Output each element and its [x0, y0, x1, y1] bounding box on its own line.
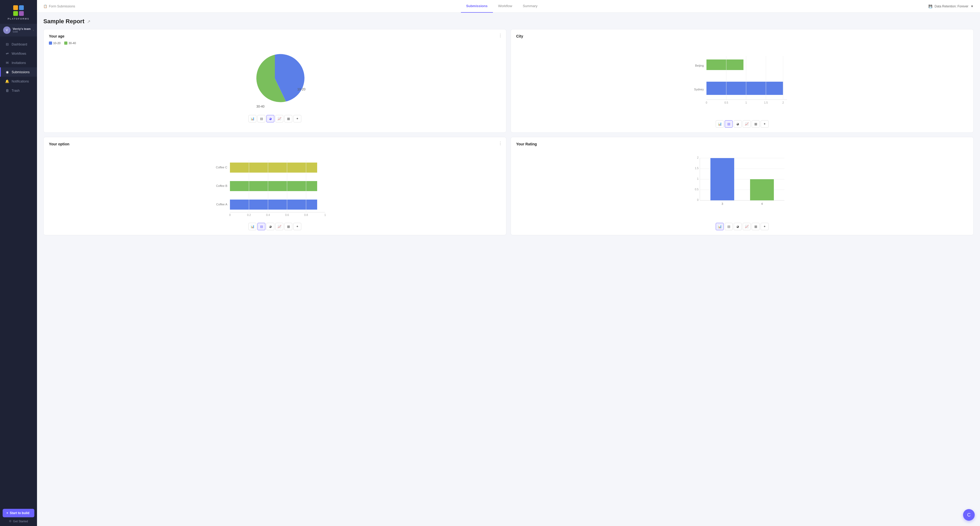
sidebar-item-notifications[interactable]: 🔔 Notifications: [0, 77, 37, 86]
x-label-0: 0: [706, 101, 707, 104]
get-started-link[interactable]: ⊙ Get Started: [3, 520, 34, 523]
pie-label-1020: 10-20: [298, 88, 305, 91]
legend-label: 10-20: [53, 41, 60, 45]
main-content: 📋 Form Submissions Submissions Workflow …: [37, 0, 980, 526]
chart-type-other[interactable]: ✦: [293, 115, 301, 123]
svg-rect-2: [13, 11, 18, 16]
chart-type-line[interactable]: 📈: [743, 120, 751, 128]
pie-chart-svg: 10-20 30-40: [49, 47, 501, 110]
chart-option: Your option ⋮ Coffee C Coffee B Coffee A: [43, 137, 506, 235]
chart-type-table[interactable]: ▦: [752, 223, 760, 230]
form-icon: 📋: [43, 5, 47, 8]
dashboard-icon: ⊟: [5, 42, 9, 46]
x-label-2: 2: [782, 101, 784, 104]
sidebar-item-label: Trash: [12, 89, 19, 92]
chart-age-area: 10-20 30-40: [49, 47, 501, 111]
x-label-02: 0.2: [247, 214, 251, 217]
tab-workflow[interactable]: Workflow: [493, 0, 517, 13]
y-label-15: 1.5: [695, 167, 698, 170]
chart-type-pie[interactable]: ◕: [734, 223, 741, 230]
x-label-1: 1: [745, 101, 747, 104]
chart-type-pie[interactable]: ◕: [266, 115, 274, 123]
page-content: Sample Report ↗ Your age ⋮ 10-20 30-40: [37, 13, 980, 526]
chart-age-menu[interactable]: ⋮: [498, 33, 503, 38]
sidebar-item-submissions[interactable]: ◉ Submissions: [0, 67, 37, 77]
chart-type-hbar[interactable]: ▤: [258, 115, 265, 123]
chart-type-bar[interactable]: 📊: [716, 120, 724, 128]
sidebar-item-label: Dashboard: [12, 43, 27, 46]
logo-area: PLATOFORMS: [0, 0, 37, 24]
legend-dot-green: [64, 41, 67, 45]
chevron-right-icon: ›: [33, 29, 34, 32]
sidebar-item-label: Invitations: [12, 61, 26, 65]
tab-submissions[interactable]: Submissions: [461, 0, 493, 13]
chart-type-hbar[interactable]: ▤: [725, 120, 733, 128]
chart-type-hbar[interactable]: ▤: [725, 223, 733, 230]
chart-type-bar[interactable]: 📊: [248, 223, 256, 230]
chart-type-hbar[interactable]: ▤: [258, 223, 265, 230]
chart-type-line[interactable]: 📈: [275, 115, 283, 123]
sidebar-bottom: + Start to build ⊙ Get Started: [0, 506, 37, 526]
chart-type-line[interactable]: 📈: [743, 223, 751, 230]
chart-city-title: City: [516, 34, 968, 38]
legend-dot-blue: [49, 41, 52, 45]
sidebar-item-workflows[interactable]: ⇌ Workflows: [0, 49, 37, 58]
plus-icon: +: [6, 511, 8, 515]
logo-icon: [13, 5, 24, 16]
legend-item-1020: 10-20: [49, 41, 60, 45]
sidebar-item-label: Notifications: [12, 80, 29, 83]
chart-type-pie[interactable]: ◕: [734, 120, 741, 128]
trash-icon: 🗑: [5, 89, 9, 92]
option-label-coffeec: Coffee C: [216, 166, 227, 169]
get-started-label: Get Started: [13, 520, 28, 523]
x-label-04: 0.4: [266, 214, 270, 217]
chevron-down-icon: ▼: [970, 5, 974, 8]
chart-option-area: Coffee C Coffee B Coffee A 0 0.2 0.4: [49, 149, 501, 219]
chart-type-line[interactable]: 📈: [275, 223, 283, 230]
bar-coffeea: [230, 199, 317, 210]
chart-city-types: 📊 ▤ ◕ 📈 ▦ ✦: [516, 120, 968, 128]
svg-rect-3: [19, 11, 24, 16]
user-section[interactable]: V Verriy's team Gold ›: [0, 24, 37, 37]
sidebar-item-invitations[interactable]: ✉ Invitations: [0, 58, 37, 67]
option-label-coffeeb: Coffee B: [216, 184, 227, 187]
fab-icon: C: [967, 512, 971, 518]
workflows-icon: ⇌: [5, 51, 9, 56]
sidebar-item-dashboard[interactable]: ⊟ Dashboard: [0, 40, 37, 49]
chart-age: Your age ⋮ 10-20 30-40: [43, 29, 506, 133]
chart-type-table[interactable]: ▦: [285, 223, 292, 230]
y-label-0: 0: [697, 199, 698, 201]
chart-type-other[interactable]: ✦: [760, 223, 768, 230]
user-name: Verriy's team: [13, 27, 31, 30]
y-label-2: 2: [697, 156, 698, 159]
export-icon[interactable]: ↗: [87, 19, 91, 24]
topnav: 📋 Form Submissions Submissions Workflow …: [37, 0, 980, 13]
chart-type-pie[interactable]: ◕: [266, 223, 274, 230]
chart-city: City Beijing Sydney 0 0.5 1: [511, 29, 974, 133]
sidebar-item-label: Workflows: [12, 52, 26, 56]
chart-rating-area: 0 0.5 1 1.5 2: [516, 149, 968, 219]
start-build-label: Start to build: [10, 511, 29, 515]
chart-type-table[interactable]: ▦: [752, 120, 760, 128]
option-chart-svg: Coffee C Coffee B Coffee A 0 0.2 0.4: [49, 149, 501, 218]
chart-type-other[interactable]: ✦: [760, 120, 768, 128]
user-plan: Gold: [13, 30, 31, 33]
chart-type-bar[interactable]: 📊: [716, 223, 724, 230]
chart-type-other[interactable]: ✦: [293, 223, 301, 230]
chart-option-menu[interactable]: ⋮: [498, 141, 503, 146]
start-build-button[interactable]: + Start to build: [3, 509, 34, 517]
fab-button[interactable]: C: [963, 509, 975, 521]
chart-type-table[interactable]: ▦: [285, 115, 292, 123]
notifications-icon: 🔔: [5, 79, 9, 83]
page-title: Sample Report: [43, 18, 84, 25]
topnav-tabs: Submissions Workflow Summary: [461, 0, 543, 13]
x-label-06: 0.6: [285, 214, 289, 217]
city-chart-svg: Beijing Sydney 0 0.5 1 1.5 2: [516, 41, 968, 115]
bar-rating-4: [750, 179, 774, 200]
chart-type-bar[interactable]: 📊: [248, 115, 256, 123]
tab-summary[interactable]: Summary: [517, 0, 543, 13]
x-label-08: 0.8: [304, 214, 308, 217]
pie-label-3040: 30-40: [256, 105, 264, 108]
sidebar-item-trash[interactable]: 🗑 Trash: [0, 86, 37, 95]
avatar: V: [3, 26, 11, 34]
